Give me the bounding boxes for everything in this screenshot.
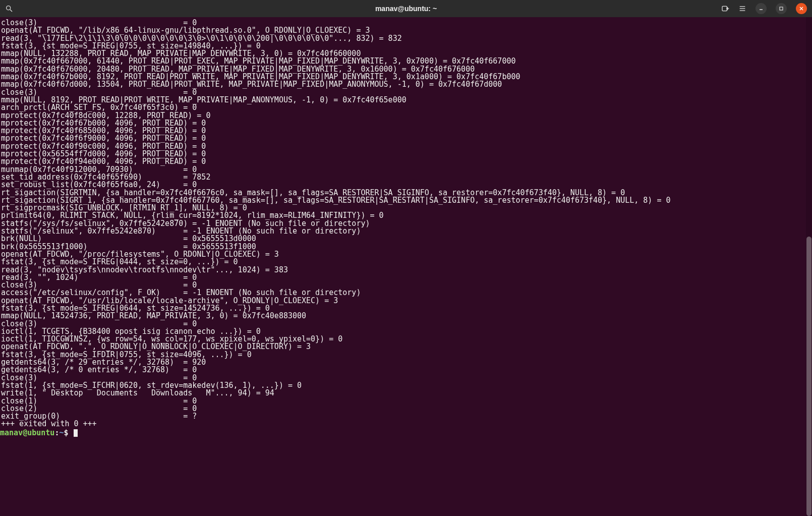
svg-line-1 xyxy=(10,10,12,12)
terminal-body[interactable]: close(3) = 0 openat(AT_FDCWD, "/lib/x86_… xyxy=(0,17,812,516)
prompt-dollar: $ xyxy=(64,429,73,437)
window-titlebar: manav@ubuntu: ~ xyxy=(0,0,812,17)
terminal-cursor xyxy=(74,429,78,437)
prompt-user-host: manav@ubuntu xyxy=(0,429,54,437)
prompt-colon: : xyxy=(54,429,59,437)
hamburger-menu-icon[interactable] xyxy=(738,5,746,13)
prompt-path: ~ xyxy=(59,429,64,437)
svg-point-0 xyxy=(7,6,11,10)
svg-rect-9 xyxy=(780,7,783,10)
new-tab-icon[interactable] xyxy=(721,5,729,13)
scrollbar-track[interactable] xyxy=(806,17,812,516)
search-icon[interactable] xyxy=(5,5,13,13)
window-title: manav@ubuntu: ~ xyxy=(375,5,437,13)
close-button[interactable] xyxy=(796,3,807,14)
svg-rect-2 xyxy=(722,6,727,11)
minimize-button[interactable] xyxy=(756,3,767,14)
maximize-button[interactable] xyxy=(776,3,787,14)
scrollbar-thumb[interactable] xyxy=(806,237,811,516)
terminal-output: close(3) = 0 openat(AT_FDCWD, "/lib/x86_… xyxy=(0,17,812,429)
prompt-line[interactable]: manav@ubuntu:~$ xyxy=(0,429,812,437)
